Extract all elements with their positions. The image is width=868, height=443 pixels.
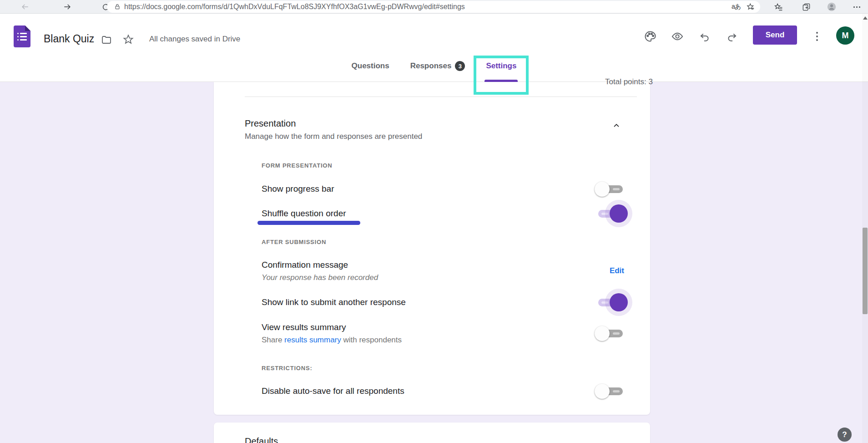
- google-forms-logo-icon[interactable]: [14, 25, 30, 47]
- shuffle-question-order-label: Shuffle question order: [262, 209, 346, 219]
- presentation-settings-card: Presentation Manage how the form and res…: [214, 82, 650, 415]
- show-link-toggle[interactable]: [597, 292, 624, 313]
- undo-icon[interactable]: [698, 30, 711, 43]
- edit-confirmation-link[interactable]: Edit: [610, 266, 624, 275]
- presentation-title: Presentation: [245, 117, 422, 129]
- presentation-section-header: Presentation Manage how the form and res…: [245, 117, 422, 141]
- view-results-summary-desc: Share results summary with respondents: [262, 335, 402, 345]
- disable-autosave-label: Disable auto-save for all respondents: [262, 386, 404, 396]
- form-presentation-heading: FORM PRESENTATION: [262, 162, 332, 170]
- confirmation-message-value: Your response has been recorded: [262, 273, 378, 283]
- page-scrollbar[interactable]: [862, 14, 868, 443]
- account-avatar[interactable]: M: [836, 26, 854, 45]
- scrollbar-thumb[interactable]: [863, 228, 868, 314]
- customize-theme-palette-icon[interactable]: [644, 30, 656, 43]
- presentation-subtitle: Manage how the form and responses are pr…: [245, 132, 422, 141]
- browser-back-icon[interactable]: [18, 0, 32, 14]
- browser-menu-icon[interactable]: [850, 0, 863, 14]
- more-options-kebab-icon[interactable]: [811, 30, 823, 43]
- total-points: Total points: 3: [605, 77, 653, 87]
- help-button[interactable]: ?: [838, 428, 852, 442]
- defaults-settings-card: Defaults: [214, 423, 650, 443]
- defaults-title: Defaults: [245, 436, 278, 443]
- view-results-summary-label: View results summary: [262, 321, 402, 333]
- setting-row-view-results-summary: View results summary Share results summa…: [262, 321, 624, 345]
- browser-profile-icon[interactable]: [825, 0, 838, 14]
- setting-row-show-link-submit-another: Show link to submit another response: [262, 292, 624, 313]
- address-bar[interactable]: https://docs.google.com/forms/d/1QwhDxVd…: [107, 1, 760, 13]
- preview-eye-icon[interactable]: [671, 30, 684, 43]
- after-submission-heading: AFTER SUBMISSION: [262, 238, 326, 246]
- save-status: All changes saved in Drive: [149, 35, 240, 44]
- toggle-thumb: [610, 204, 628, 223]
- add-favorite-star-icon[interactable]: [744, 1, 757, 13]
- forms-header: Blank Quiz All changes saved in Drive Se…: [0, 14, 868, 82]
- desc-suffix: with respondents: [341, 336, 402, 344]
- tab-settings[interactable]: Settings: [484, 50, 518, 82]
- redo-icon[interactable]: [726, 30, 738, 43]
- view-results-summary-text: View results summary Share results summa…: [262, 321, 402, 345]
- results-summary-link[interactable]: results summary: [284, 336, 341, 344]
- section-divider: [245, 97, 637, 97]
- tabs-row: Questions Responses 3 Settings: [0, 50, 868, 82]
- setting-row-confirmation-message: Confirmation message Your response has b…: [262, 259, 624, 283]
- view-results-summary-toggle[interactable]: [597, 323, 624, 344]
- tab-settings-label: Settings: [486, 61, 516, 71]
- google-forms-settings-screen: https://docs.google.com/forms/d/1QwhDxVd…: [0, 0, 868, 443]
- browser-forward-icon[interactable]: [61, 0, 74, 14]
- shuffle-annotation-underline: [257, 221, 360, 225]
- collections-icon[interactable]: [799, 0, 813, 14]
- toggle-thumb: [595, 326, 610, 341]
- toggle-thumb: [610, 293, 628, 311]
- confirmation-message-label: Confirmation message: [262, 259, 378, 271]
- show-link-label: Show link to submit another response: [262, 297, 406, 307]
- scrollbar-up-arrow[interactable]: [863, 16, 868, 20]
- favorites-bar-icon[interactable]: [772, 0, 785, 14]
- tab-responses[interactable]: Responses 3: [409, 50, 467, 82]
- star-icon[interactable]: [122, 33, 135, 46]
- lock-icon: [111, 1, 124, 13]
- tab-questions-label: Questions: [352, 61, 389, 71]
- collapse-chevron-up-icon[interactable]: [610, 119, 623, 132]
- disable-autosave-toggle[interactable]: [597, 381, 624, 402]
- show-progress-bar-label: Show progress bar: [262, 184, 334, 194]
- document-title[interactable]: Blank Quiz: [44, 32, 94, 45]
- restrictions-heading: RESTRICTIONS:: [262, 364, 313, 372]
- move-to-folder-icon[interactable]: [100, 33, 113, 46]
- setting-row-disable-autosave: Disable auto-save for all respondents: [262, 381, 624, 402]
- responses-count-badge: 3: [455, 61, 465, 71]
- toggle-thumb: [595, 182, 610, 197]
- toggle-thumb: [595, 384, 610, 399]
- url-text[interactable]: https://docs.google.com/forms/d/1QwhDxVd…: [124, 3, 728, 11]
- tab-settings-underline: [484, 80, 518, 82]
- confirmation-message-text: Confirmation message Your response has b…: [262, 259, 378, 283]
- tab-responses-label: Responses: [410, 61, 452, 71]
- translate-icon[interactable]: aあ: [728, 3, 744, 11]
- browser-toolbar: https://docs.google.com/forms/d/1QwhDxVd…: [0, 0, 868, 14]
- desc-prefix: Share: [262, 336, 284, 344]
- setting-row-show-progress-bar: Show progress bar: [262, 178, 624, 199]
- shuffle-question-order-toggle[interactable]: [597, 203, 624, 224]
- show-progress-bar-toggle[interactable]: [597, 178, 624, 199]
- settings-content-area: Presentation Manage how the form and res…: [0, 82, 868, 443]
- tab-questions[interactable]: Questions: [350, 50, 391, 82]
- send-button[interactable]: Send: [753, 25, 797, 45]
